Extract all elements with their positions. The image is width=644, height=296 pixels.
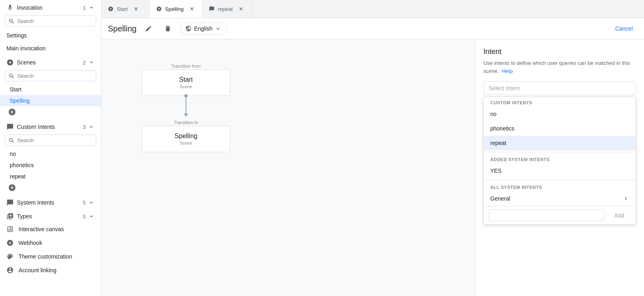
custom-intents-search-input[interactable] — [17, 137, 93, 143]
delete-button[interactable] — [161, 21, 175, 36]
theme-customization-item[interactable]: Theme customization — [0, 250, 101, 263]
main-invocation-item[interactable]: Main invocation — [0, 42, 101, 55]
tab-repeat-close[interactable]: ✕ — [237, 5, 245, 12]
add-scene-button[interactable] — [0, 106, 101, 119]
add-button[interactable]: Add — [608, 210, 631, 221]
spelling-node[interactable]: Spelling Scene — [142, 126, 230, 152]
start-node[interactable]: Start Scene — [142, 69, 230, 96]
system-intents-section[interactable]: System Intents 5 — [0, 195, 101, 209]
dropdown-item-yes[interactable]: YES — [484, 164, 636, 178]
custom-intents-search-box — [5, 135, 96, 146]
system-intents-count: 5 — [83, 200, 86, 206]
dropdown-item-repeat[interactable]: repeat — [484, 136, 636, 150]
scenes-icon — [6, 59, 14, 66]
start-node-title: Start — [149, 76, 223, 83]
custom-intents-section-label: CUSTOM INTENTS — [484, 97, 636, 107]
start-node-subtitle: Scene — [149, 84, 223, 89]
tab-repeat[interactable]: repeat ✕ — [202, 0, 252, 18]
custom-intents-count: 3 — [83, 124, 86, 130]
types-section[interactable]: Types 0 — [0, 209, 101, 222]
custom-intents-icon — [6, 123, 14, 130]
dropdown-item-general[interactable]: General — [484, 191, 636, 206]
globe-icon — [185, 25, 192, 32]
interactive-canvas-icon — [6, 226, 14, 233]
language-selector[interactable]: English — [180, 23, 227, 35]
scene-tab-icon-start — [108, 6, 114, 12]
dropdown-item-no[interactable]: no — [484, 107, 636, 121]
account-linking-label: Account linking — [19, 267, 56, 273]
chevron-up-scenes-icon — [88, 59, 95, 66]
settings-item[interactable]: Settings — [0, 29, 101, 42]
spelling-node-title: Spelling — [149, 132, 223, 140]
webhook-icon — [6, 239, 14, 246]
interactive-canvas-item[interactable]: Interactive canvas — [0, 222, 101, 236]
transition-to-label: Transition to — [174, 120, 198, 125]
theme-customization-label: Theme customization — [19, 253, 72, 260]
intent-no-item[interactable]: no — [0, 148, 101, 159]
account-linking-item[interactable]: Account linking — [0, 263, 101, 277]
search-icon — [8, 17, 15, 25]
scenes-search-box — [5, 70, 96, 81]
transition-from-label: Transition from — [171, 64, 201, 68]
invocation-search-box — [5, 15, 96, 27]
language-label: English — [194, 25, 213, 32]
scenes-count: 2 — [83, 60, 86, 66]
search-icon-custom — [8, 137, 15, 144]
scene-start-item[interactable]: Start — [0, 84, 101, 95]
custom-intents-section[interactable]: Custom Intents 3 — [0, 119, 101, 133]
intent-phonetics-item[interactable]: phonetics — [0, 159, 101, 171]
repeat-tab-icon — [209, 6, 215, 12]
intent-dropdown: CUSTOM INTENTS no phonetics repeat ADDED… — [483, 97, 636, 225]
invocation-count: 1 — [83, 5, 86, 11]
canvas-area: Transition from Start Scene Transition t… — [101, 39, 644, 296]
chevron-down-lang-icon — [215, 25, 221, 32]
sidebar: Invocation 1 Settings Main invocation Sc… — [0, 0, 101, 296]
help-link[interactable]: Help — [502, 68, 513, 74]
types-icon — [6, 213, 14, 220]
tab-start[interactable]: Start ✕ — [101, 0, 150, 18]
cancel-button[interactable]: Cancel — [610, 23, 638, 34]
add-intent-button[interactable] — [0, 182, 101, 195]
custom-intents-label: Custom Intents — [17, 124, 55, 130]
chevron-down-system-icon — [88, 199, 95, 206]
account-linking-icon — [6, 267, 14, 274]
tab-spelling-close[interactable]: ✕ — [188, 5, 196, 12]
flow-arrow — [184, 96, 188, 120]
edit-button[interactable] — [141, 21, 156, 36]
types-count: 0 — [83, 213, 86, 219]
dropdown-item-phonetics[interactable]: phonetics — [484, 121, 636, 136]
intent-input[interactable] — [489, 209, 605, 221]
intent-add-row: Add — [484, 206, 636, 224]
tab-spelling-label: Spelling — [165, 6, 184, 12]
scenes-label: Scenes — [17, 59, 36, 66]
dropdown-divider-1 — [484, 152, 636, 152]
dropdown-divider-2 — [484, 180, 636, 180]
mic-icon — [6, 4, 14, 11]
spelling-node-subtitle: Scene — [149, 141, 223, 145]
interactive-canvas-label: Interactive canvas — [19, 226, 64, 232]
intent-title: Intent — [483, 48, 636, 56]
chevron-down-types-icon — [88, 213, 95, 219]
toolbar: Spelling English Cancel — [101, 18, 644, 39]
invocation-search-input[interactable] — [17, 18, 93, 24]
page-title: Spelling — [108, 24, 136, 33]
scenes-search-input[interactable] — [17, 73, 93, 79]
chevron-right-icon — [623, 195, 629, 202]
invocation-label: Invocation — [17, 4, 43, 11]
system-intents-icon — [6, 199, 14, 206]
system-intents-label: System Intents — [17, 199, 54, 206]
select-intent-placeholder: Select intent — [489, 85, 520, 91]
select-intent-container[interactable]: Select intent — [483, 81, 636, 95]
canvas[interactable]: Transition from Start Scene Transition t… — [101, 39, 507, 296]
chevron-up-custom-icon — [88, 124, 95, 130]
tab-start-close[interactable]: ✕ — [132, 5, 140, 12]
webhook-label: Webhook — [19, 240, 42, 246]
scene-spelling-item[interactable]: Spelling — [0, 95, 101, 106]
invocation-section[interactable]: Invocation 1 — [0, 0, 101, 14]
webhook-item[interactable]: Webhook — [0, 236, 101, 250]
scenes-section[interactable]: Scenes 2 — [0, 55, 101, 68]
intent-repeat-item[interactable]: repeat — [0, 171, 101, 182]
main-area: Start ✕ Spelling ✕ repeat ✕ Spelling Eng… — [101, 0, 644, 296]
tab-spelling[interactable]: Spelling ✕ — [150, 0, 202, 18]
search-icon-scenes — [8, 72, 15, 79]
